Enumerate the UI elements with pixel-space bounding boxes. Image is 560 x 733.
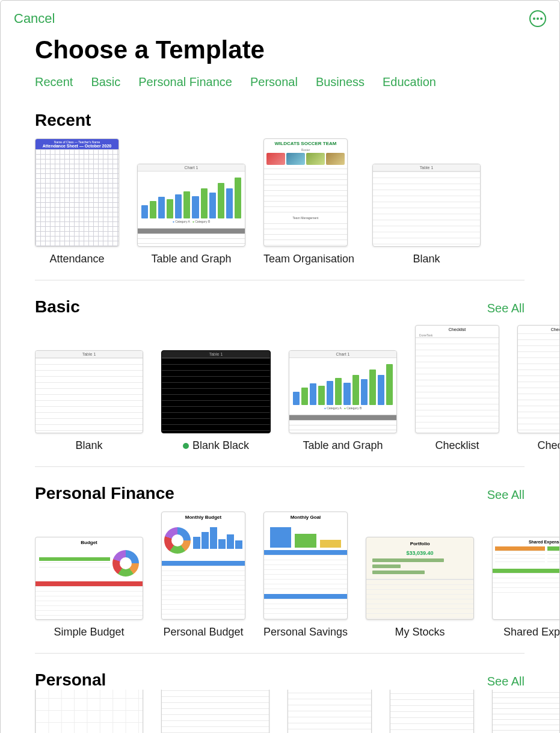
section-personal-finance: Personal Finance See All Budget: [35, 484, 559, 654]
thumb-text: Monthly Goal: [264, 512, 347, 522]
template-calendar[interactable]: September 2020: [35, 690, 143, 733]
section-recent: Recent Name of Class — Teacher's Name At…: [35, 111, 559, 280]
see-all-personal[interactable]: See All: [487, 675, 525, 688]
cancel-button[interactable]: Cancel: [14, 11, 55, 26]
section-divider: [35, 653, 525, 654]
thumb-text: Portfolio: [366, 537, 473, 550]
ellipsis-icon: [533, 17, 543, 20]
template-thumb: Monthly Goal: [263, 512, 348, 620]
thumb-text: Budget: [35, 537, 143, 548]
template-thumb: Table 1: [161, 350, 271, 433]
template-thumb: Name of Class — Teacher's Name Attendanc…: [35, 138, 119, 247]
template-label: Personal Budget: [161, 626, 245, 639]
template-thumb: Checklist DoneTask: [415, 325, 499, 433]
template-label: Blank Black: [161, 439, 271, 452]
category-tabs: Recent Basic Personal Finance Personal B…: [35, 75, 559, 89]
template-personal-savings[interactable]: Monthly Goal Personal Savings: [263, 512, 348, 639]
see-all-personal-finance[interactable]: See All: [487, 488, 525, 502]
thumb-text: Checklist: [518, 326, 559, 333]
thumb-text: WILDCATS SOCCER TEAM: [264, 139, 347, 148]
template-thumb: Chart 1 ● Category A ● Category B: [137, 164, 245, 247]
thumb-text: Done: [419, 333, 426, 337]
template-thumb: September 2020: [35, 690, 143, 733]
template-my-stocks[interactable]: Portfolio $33,039.40 My Stocks: [366, 537, 474, 639]
template-daily-schedule[interactable]: Daily Schedule: [161, 690, 269, 733]
template-label: Table and Graph: [289, 439, 397, 452]
thumb-text: $33,039.40: [366, 550, 473, 556]
template-thumb: Daily Schedule: [161, 690, 269, 733]
template-label: My Stocks: [366, 626, 474, 639]
thumb-text: Category A: [327, 406, 341, 410]
thumb-text: Monthly Budget: [162, 512, 245, 522]
template-label: Shared Expenses: [492, 626, 559, 639]
tab-business[interactable]: Business: [316, 75, 365, 89]
template-blank[interactable]: Table 1 Blank: [372, 164, 481, 265]
template-team-organisation[interactable]: WILDCATS SOCCER TEAM Roster Team Managem…: [263, 138, 354, 265]
tab-personal[interactable]: Personal: [250, 75, 298, 89]
template-chooser-window: Cancel Choose a Template Recent Basic Pe…: [0, 0, 560, 733]
page-title: Choose a Template: [35, 36, 559, 64]
thumb-text: Chart 1: [138, 164, 245, 172]
template-shared-expenses[interactable]: Shared Expenses Shared Expenses: [492, 537, 559, 639]
template-running-log[interactable]: MY RUNNING LOG: [288, 690, 372, 733]
section-personal-title: Personal: [35, 670, 106, 690]
thumb-text: Attendance Sheet — October 2020: [38, 144, 116, 148]
tab-personal-finance[interactable]: Personal Finance: [138, 75, 232, 89]
more-options-button[interactable]: [529, 10, 546, 27]
thumb-text: Shared Expenses: [493, 537, 559, 546]
template-table-and-graph[interactable]: Chart 1 ● Category A ● Category B: [137, 164, 245, 265]
template-label: Checklist: [517, 439, 559, 452]
template-remodel-budget[interactable]: REMODEL - PROJECT BUDGET: [390, 690, 474, 733]
template-label: Attendance: [35, 253, 119, 265]
thumb-text: Table 1: [35, 351, 143, 358]
template-personal-budget[interactable]: Monthly Budget Personal Budget: [161, 512, 245, 639]
thumb-text: Table 1: [162, 351, 270, 358]
template-label-text: Blank Black: [192, 439, 249, 452]
thumb-text: Task: [426, 333, 432, 337]
section-basic: Basic See All Table 1 Blank Table 1: [35, 297, 559, 467]
template-attendance[interactable]: Name of Class — Teacher's Name Attendanc…: [35, 138, 119, 265]
section-personal-finance-title: Personal Finance: [35, 484, 174, 503]
topbar: Cancel: [1, 1, 559, 27]
template-thumb: Shared Expenses: [492, 537, 559, 620]
thumb-text: Chart 1: [289, 351, 396, 358]
section-recent-title: Recent: [35, 111, 91, 130]
template-thumb: Budget: [35, 537, 143, 620]
thumb-text: Team Management: [264, 215, 347, 221]
template-checklist[interactable]: Checklist DoneTask Checklist: [415, 325, 499, 452]
template-team-organisation[interactable]: WILDCATS SOCCER TEAM Roster: [492, 690, 559, 733]
template-checklist-2[interactable]: Checklist Checklist: [517, 325, 559, 452]
template-label: Simple Budget: [35, 626, 143, 639]
template-label: Blank: [35, 439, 143, 452]
see-all-basic[interactable]: See All: [487, 302, 525, 315]
template-thumb: Checklist: [517, 325, 559, 433]
template-thumb: MY RUNNING LOG: [288, 690, 372, 733]
template-blank[interactable]: Table 1 Blank: [35, 350, 143, 452]
template-thumb: Monthly Budget: [161, 512, 245, 620]
download-dot-icon: [183, 443, 189, 449]
template-thumb: REMODEL - PROJECT BUDGET: [390, 690, 474, 733]
section-divider: [35, 280, 525, 280]
tab-recent[interactable]: Recent: [35, 75, 73, 89]
section-divider: [35, 466, 525, 467]
template-simple-budget[interactable]: Budget Simple Budget: [35, 537, 143, 639]
template-label: Table and Graph: [137, 253, 245, 265]
section-personal: Personal See All September 2020 Daily Sc…: [35, 670, 559, 733]
template-thumb: WILDCATS SOCCER TEAM Roster: [492, 690, 559, 733]
template-label: Personal Savings: [263, 626, 348, 639]
template-thumb: Chart 1 ● Category A ● Category B: [289, 350, 397, 433]
template-thumb: WILDCATS SOCCER TEAM Roster Team Managem…: [263, 138, 348, 247]
template-thumb: Portfolio $33,039.40: [366, 537, 474, 620]
thumb-text: Table 1: [373, 164, 480, 172]
thumb-text: Category B: [346, 406, 362, 410]
tab-education[interactable]: Education: [383, 75, 436, 89]
template-thumb: Table 1: [372, 164, 481, 247]
template-label: Blank: [372, 253, 481, 265]
content-scroll[interactable]: Choose a Template Recent Basic Personal …: [1, 27, 559, 733]
tab-basic[interactable]: Basic: [91, 75, 120, 89]
template-thumb: Table 1: [35, 350, 143, 433]
template-table-and-graph[interactable]: Chart 1 ● Category A ● Category B: [289, 350, 397, 452]
template-blank-black[interactable]: Table 1 Blank Black: [161, 350, 271, 452]
thumb-text: Category B: [195, 220, 210, 223]
thumb-text: Checklist: [416, 326, 499, 333]
